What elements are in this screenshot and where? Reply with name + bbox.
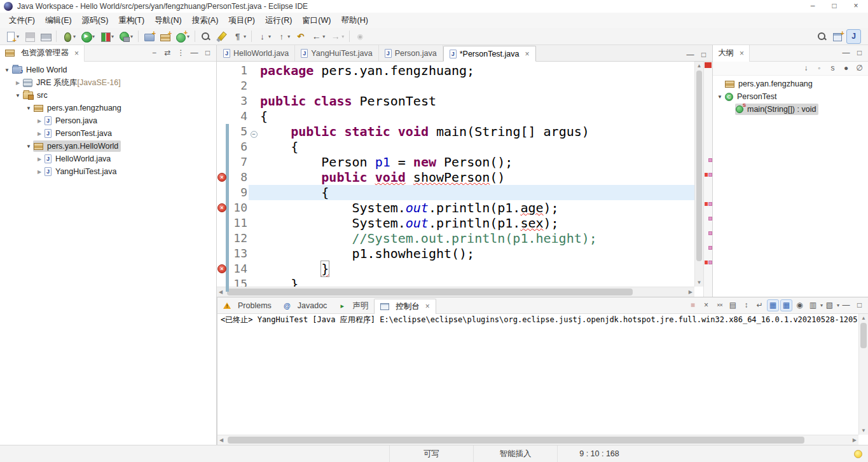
code-line[interactable]: 7 Person p1 = new Person(); <box>217 154 694 170</box>
twisty-icon[interactable]: ▼ <box>24 105 33 111</box>
remove-all-terminated-icon[interactable]: ×× <box>713 299 726 311</box>
editor-tab[interactable]: HelloWorld.java <box>217 45 295 61</box>
code-line[interactable]: 15 } <box>217 276 694 287</box>
overview-error-mark[interactable] <box>705 173 708 177</box>
close-view-icon[interactable]: × <box>74 49 79 58</box>
scroll-down-icon[interactable]: ▼ <box>859 428 868 433</box>
display-console-icon[interactable]: ▥ <box>807 299 819 311</box>
scroll-lock-icon[interactable]: ↕ <box>740 299 752 311</box>
console-view-tab[interactable]: 声明 <box>333 298 374 314</box>
code-line[interactable]: 4{ <box>217 109 694 124</box>
overview-error-mark[interactable] <box>705 202 708 206</box>
maximize-icon[interactable]: □ <box>202 47 214 59</box>
editor-vertical-scrollbar[interactable]: ▲ ▼ <box>694 62 703 287</box>
last-edit-location-button[interactable] <box>293 29 308 44</box>
console-horizontal-scrollbar[interactable]: ◀ ▶ <box>217 435 858 445</box>
line-number[interactable]: 15 <box>228 276 249 287</box>
maximize-icon[interactable]: □ <box>698 49 710 61</box>
tree-item[interactable]: pers.yan.fengzhuang <box>713 78 868 90</box>
overview-ruler[interactable] <box>703 62 712 297</box>
mark-occurrences-button[interactable] <box>214 29 229 44</box>
twisty-icon[interactable]: ▼ <box>715 94 724 100</box>
save-button[interactable] <box>22 29 37 44</box>
twisty-icon[interactable]: ▶ <box>35 169 44 175</box>
new-class-button[interactable]: ▾ <box>174 29 191 44</box>
back-button[interactable]: ▾ <box>309 29 327 44</box>
hide-non-public-icon[interactable]: ● <box>840 62 852 74</box>
scroll-down-icon[interactable]: ▼ <box>695 280 703 285</box>
vertical-scrollbar-thumb[interactable] <box>860 323 867 348</box>
next-annotation-button[interactable]: ▾ <box>255 29 273 44</box>
collapse-region-icon[interactable]: − <box>251 131 258 138</box>
view-menu-icon[interactable]: ⋮ <box>175 47 187 59</box>
new-package-button[interactable] <box>158 29 172 44</box>
line-number[interactable]: 11 <box>228 215 249 231</box>
display-console-button[interactable]: ▥▾ <box>806 299 823 311</box>
run-button[interactable]: ▾ <box>79 29 97 44</box>
close-tab-icon[interactable]: × <box>425 302 430 311</box>
minimize-icon[interactable]: — <box>840 47 852 59</box>
tree-item[interactable]: ▶HelloWorld.java <box>0 153 216 165</box>
console-vertical-scrollbar[interactable]: ▲ ▼ <box>858 314 868 435</box>
vertical-scrollbar-thumb[interactable] <box>696 71 702 261</box>
link-with-editor-icon[interactable]: ⇄ <box>162 47 174 59</box>
code-line[interactable]: ×14 } <box>217 261 694 276</box>
code-line[interactable]: 2 <box>217 78 694 93</box>
tree-item[interactable]: ▼Hello World <box>0 64 216 76</box>
line-number[interactable]: 14 <box>228 261 249 276</box>
minimize-window-button[interactable]: – <box>802 0 823 13</box>
tree-item[interactable]: ▶Person.java <box>0 114 216 127</box>
maximize-icon[interactable]: □ <box>853 47 865 59</box>
line-number[interactable]: 4 <box>228 109 249 124</box>
menu-item[interactable]: 编辑(E) <box>40 13 77 28</box>
code-lines[interactable]: 1package pers.yan.fengzhuang;23public cl… <box>217 62 694 287</box>
console-output[interactable]: <已终止> YangHuiTest [Java 应用程序] E:\eclipse… <box>217 314 858 326</box>
open-console-icon[interactable]: ▧ <box>823 299 836 311</box>
open-console-button[interactable]: ▧▾ <box>823 299 839 311</box>
twisty-icon[interactable]: ▶ <box>35 118 44 124</box>
code-line[interactable]: 11 System.out.println(p1.sex); <box>217 215 694 231</box>
debug-button[interactable]: ▾ <box>60 29 78 44</box>
tree-item[interactable]: main(String[]) : void <box>713 103 868 116</box>
tree-item[interactable]: ▼pers.yan.HelloWorld <box>0 140 216 153</box>
line-number[interactable]: 6 <box>228 139 249 154</box>
code-line[interactable]: 6 { <box>217 139 694 154</box>
scroll-up-icon[interactable]: ▲ <box>859 315 868 321</box>
code-line[interactable]: 3public class PersonTest <box>217 93 694 109</box>
line-number[interactable]: 10 <box>228 200 249 215</box>
line-number[interactable]: 7 <box>228 154 249 170</box>
line-number[interactable]: 5 <box>228 124 249 139</box>
minimize-icon[interactable]: — <box>684 49 696 61</box>
new-java-project-button[interactable] <box>142 29 156 44</box>
overview-error-mark[interactable] <box>705 261 708 264</box>
horizontal-scrollbar-thumb[interactable] <box>228 437 804 444</box>
menu-item[interactable]: 源码(S) <box>77 13 114 28</box>
word-wrap-icon[interactable]: ↵ <box>754 299 766 311</box>
line-number[interactable]: 1 <box>228 63 249 78</box>
remove-launch-icon[interactable]: × <box>700 299 712 311</box>
editor-tab[interactable]: YangHuiTest.java <box>295 45 378 61</box>
twisty-icon[interactable]: ▶ <box>35 131 44 137</box>
code-line[interactable]: 1package pers.yan.fengzhuang; <box>217 63 694 78</box>
menu-item[interactable]: 窗口(W) <box>297 13 336 28</box>
collapse-all-icon[interactable]: − <box>148 47 160 59</box>
menu-item[interactable]: 帮助(H) <box>336 13 373 28</box>
editor-horizontal-scrollbar[interactable]: ◀ ▶ <box>217 287 694 297</box>
editor-tab[interactable]: *PersonTest.java× <box>443 46 536 62</box>
run-external-tools-button[interactable]: ▾ <box>117 29 135 44</box>
forward-button[interactable]: ▾ <box>328 29 346 44</box>
menu-item[interactable]: 文件(F) <box>4 13 40 28</box>
show-stderr-icon[interactable]: ▦ <box>780 299 792 311</box>
package-explorer-tab[interactable]: 包资源管理器 × <box>0 45 85 62</box>
menu-item[interactable]: 导航(N) <box>149 13 186 28</box>
previous-annotation-button[interactable]: ▾ <box>274 29 292 44</box>
tree-item[interactable]: ▶JRE 系统库 [JavaSE-16] <box>0 76 216 89</box>
coverage-button[interactable]: ▾ <box>98 29 116 44</box>
console-view-tab[interactable]: 控制台× <box>374 299 436 315</box>
print-button[interactable] <box>38 29 53 44</box>
code-line[interactable]: 9 { <box>217 185 694 200</box>
tree-item[interactable]: ▼PersonTest <box>713 90 868 103</box>
close-view-icon[interactable]: × <box>740 49 744 58</box>
line-number[interactable]: 9 <box>228 185 249 200</box>
code-line[interactable]: ×10 System.out.println(p1.age); <box>217 200 694 215</box>
